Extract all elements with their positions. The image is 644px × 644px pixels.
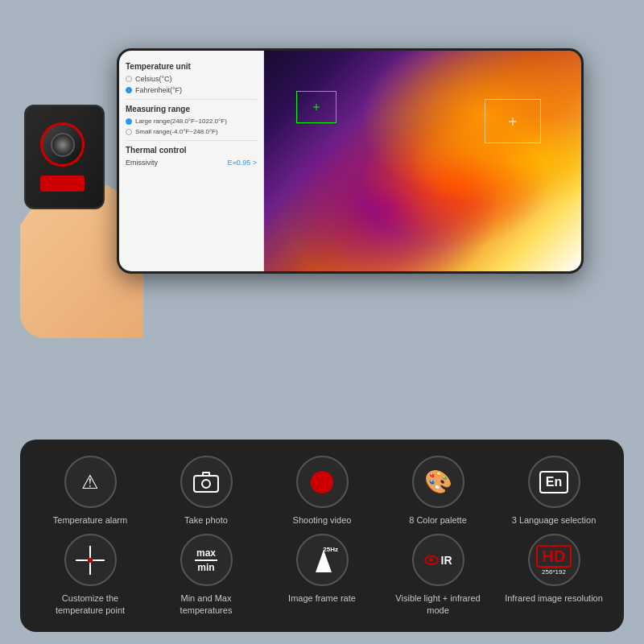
take-photo-icon-circle xyxy=(180,456,233,508)
visible-light-label: Visible light + infrared mode xyxy=(386,592,490,616)
feature-temperature-alarm: ⚠ Temperature alarm xyxy=(38,456,142,526)
language-icon: En xyxy=(539,471,568,493)
celsius-option[interactable]: Celsius(°C) xyxy=(126,73,257,85)
take-photo-label: Take photo xyxy=(184,514,228,526)
features-row-2: Customize the temperature point max min … xyxy=(32,534,612,616)
maxmin-divider xyxy=(195,559,217,561)
shooting-video-icon-circle xyxy=(296,456,349,508)
crosshair-overlay-2 xyxy=(485,99,541,143)
device-lens-inner xyxy=(51,133,75,157)
record-icon xyxy=(311,471,333,493)
hd-icon: HD 256*192 xyxy=(536,545,572,576)
shooting-video-label: Shooting video xyxy=(293,514,352,526)
camera-body xyxy=(193,475,219,493)
celsius-radio xyxy=(126,76,132,82)
device-body xyxy=(24,105,105,209)
customize-temp-icon-circle xyxy=(64,534,117,586)
crosshair-icon xyxy=(76,546,105,575)
phone-display: Temperature unit Celsius(°C) Fahrenheit(… xyxy=(117,48,584,274)
small-range-option[interactable]: Small range(-4.0°F~248.0°F) xyxy=(126,126,257,137)
emissivity-option[interactable]: Emissivity E=0.95 > xyxy=(126,157,257,168)
feature-shooting-video: Shooting video xyxy=(270,456,374,526)
color-palette-label: 8 Color palette xyxy=(409,514,467,526)
frame-rate-label: Image frame rate xyxy=(288,592,356,604)
temperature-alarm-label: Temperature alarm xyxy=(53,514,127,526)
device-lens xyxy=(40,122,85,167)
ir-eye xyxy=(424,555,439,565)
device-button xyxy=(40,175,85,192)
temperature-alarm-icon-circle: ⚠ xyxy=(64,456,117,508)
warning-icon: ⚠ xyxy=(81,471,99,493)
thermal-control-title: Thermal control xyxy=(126,146,257,155)
feature-customize-temp: Customize the temperature point xyxy=(38,534,142,616)
framerate-icon: 25Hz xyxy=(308,546,336,575)
measuring-range-title: Measuring range xyxy=(126,105,257,114)
min-max-label: Min and Max temperatures xyxy=(154,592,258,616)
hd-text: HD xyxy=(536,545,572,568)
ir-pupil xyxy=(429,558,433,562)
temp-unit-title: Temperature unit xyxy=(126,62,257,71)
feature-visible-light: IR Visible light + infrared mode xyxy=(386,534,490,616)
camera-device xyxy=(20,89,125,217)
large-range-radio xyxy=(126,118,132,125)
ir-text: IR xyxy=(441,554,452,567)
thermal-image xyxy=(264,51,581,271)
palette-icon: 🎨 xyxy=(424,469,452,495)
feature-infrared-resolution: HD 256*192 Infrared image resolution xyxy=(502,534,606,604)
hand-phone-container: Temperature unit Celsius(°C) Fahrenheit(… xyxy=(20,24,624,330)
hd-res: 256*192 xyxy=(542,568,566,576)
large-range-option[interactable]: Large range(248.0°F~1022.0°F) xyxy=(126,116,257,126)
crosshair-overlay-1 xyxy=(296,91,336,123)
framerate-bolt xyxy=(316,550,332,572)
frame-rate-icon-circle: 25Hz xyxy=(296,534,349,586)
crosshair-dot xyxy=(88,558,93,563)
fahrenheit-option[interactable]: Fahrenheit(°F) xyxy=(126,85,257,96)
maxmin-icon: max min xyxy=(195,547,217,573)
infrared-resolution-label: Infrared image resolution xyxy=(505,592,603,604)
features-panel: ⚠ Temperature alarm Take photo Shooting … xyxy=(20,440,624,632)
feature-take-photo: Take photo xyxy=(154,456,258,526)
infrared-resolution-icon-circle: HD 256*192 xyxy=(528,534,580,586)
feature-language-selection: En 3 Language selection xyxy=(502,456,606,526)
customize-temp-label: Customize the temperature point xyxy=(38,592,142,616)
small-range-radio xyxy=(126,129,132,135)
top-section: Temperature unit Celsius(°C) Fahrenheit(… xyxy=(0,0,644,338)
min-max-icon-circle: max min xyxy=(180,534,233,586)
ir-icon: IR xyxy=(424,554,452,567)
feature-color-palette: 🎨 8 Color palette xyxy=(386,456,490,526)
features-row-1: ⚠ Temperature alarm Take photo Shooting … xyxy=(32,456,612,526)
visible-light-icon-circle: IR xyxy=(412,534,464,586)
feature-frame-rate: 25Hz Image frame rate xyxy=(270,534,374,604)
thermal-overlay xyxy=(264,51,581,271)
language-icon-circle: En xyxy=(528,456,580,508)
camera-icon xyxy=(193,472,219,493)
settings-panel: Temperature unit Celsius(°C) Fahrenheit(… xyxy=(119,51,264,271)
color-palette-icon-circle: 🎨 xyxy=(412,456,464,508)
fahrenheit-radio xyxy=(126,87,132,93)
feature-min-max: max min Min and Max temperatures xyxy=(154,534,258,616)
camera-lens xyxy=(201,479,211,489)
language-selection-label: 3 Language selection xyxy=(512,514,597,526)
